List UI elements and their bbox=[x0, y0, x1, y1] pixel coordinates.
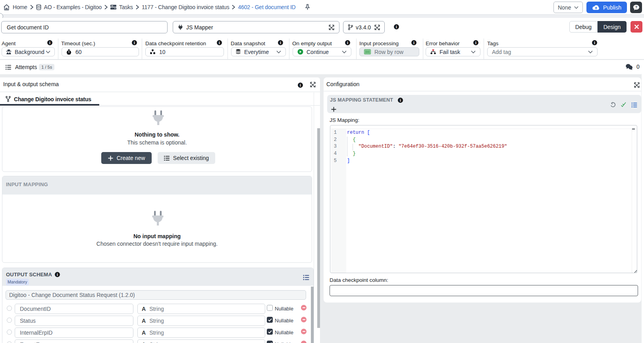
svg-text:?: ? bbox=[635, 5, 637, 9]
